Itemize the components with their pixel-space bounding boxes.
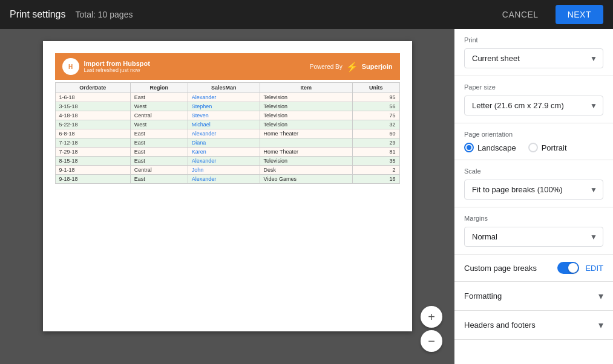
portrait-radio[interactable] [528,143,538,152]
headers-footers-arrow: ▾ [598,319,603,331]
table-row: 7-29-18EastKarenHome Theater81 [55,148,399,157]
table-row: 9-1-18CentralJohnDesk2 [55,166,399,175]
headers-footers-title: Headers and footers [464,320,536,330]
table-row: 1-6-18EastAlexanderTelevision95 [55,93,399,102]
cancel-button[interactable]: CANCEL [495,5,546,24]
table-header-row: OrderDate Region SalesMan Item Units [55,83,399,93]
table-cell: East [130,138,188,148]
col-region: Region [130,83,188,93]
sheet-header-right: Powered By ⚡ Superjoin [310,61,393,73]
sheet-brand-info: Import from Hubspot Last refreshed just … [84,60,150,73]
landscape-option[interactable]: Landscape [464,143,516,152]
table-cell: East [130,157,188,166]
preview-area: H Import from Hubspot Last refreshed jus… [0,29,454,364]
table-row: 9-18-18EastAlexanderVideo Games16 [55,175,399,184]
table-cell: Alexander [188,157,260,166]
table-cell: East [130,93,188,102]
custom-page-breaks-label: Custom page breaks [464,264,537,273]
table-cell: 60 [353,129,399,138]
table-cell: Central [130,111,188,120]
sheet-header: H Import from Hubspot Last refreshed jus… [55,53,400,80]
margins-select[interactable]: Normal Narrow Wide [464,227,603,247]
col-units: Units [353,83,399,93]
zoom-in-button[interactable]: + [421,306,442,328]
zoom-out-button[interactable]: − [421,330,442,352]
headers-footers-section: Headers and footers ▾ [454,311,613,340]
table-cell: Alexander [188,129,260,138]
orientation-section: Page orientation Landscape Portrait [454,123,613,160]
landscape-radio-dot [467,145,471,150]
edit-link[interactable]: EDIT [585,264,603,273]
table-row: 5-22-18WestMichaelTelevision32 [55,120,399,129]
toggle-knob [568,263,578,273]
table-cell: 1-6-18 [55,93,130,102]
headers-footers-header[interactable]: Headers and footers ▾ [454,311,613,339]
table-cell: 7-12-18 [55,138,130,148]
sheet-header-left: H Import from Hubspot Last refreshed jus… [62,58,150,75]
landscape-radio[interactable] [464,143,474,152]
paper-size-select[interactable]: Letter (21.6 cm x 27.9 cm) A4 (21 cm x 2… [464,96,603,115]
table-cell: 75 [353,111,399,120]
table-cell: 81 [353,148,399,157]
custom-page-breaks-row: Custom page breaks EDIT [454,255,613,282]
table-cell: 16 [353,175,399,184]
table-cell: 6-8-18 [55,129,130,138]
print-select[interactable]: Current sheet All sheets Selected cells [464,48,603,68]
table-cell: Desk [260,166,352,175]
zoom-controls: + − [421,306,442,352]
main-content: H Import from Hubspot Last refreshed jus… [0,29,613,364]
landscape-label: Landscape [477,143,516,152]
paper-size-label: Paper size [464,83,603,91]
margins-section: Margins Normal Narrow Wide ▼ [454,207,613,255]
settings-panel: Print Current sheet All sheets Selected … [454,29,613,364]
orientation-label: Page orientation [464,131,603,138]
table-cell: 3-15-18 [55,102,130,111]
table-cell: 5-22-18 [55,120,130,129]
print-section: Print Current sheet All sheets Selected … [454,29,613,76]
table-cell: Stephen [188,102,260,111]
formatting-section: Formatting ▾ [454,282,613,311]
page-title: Print settings [10,9,65,20]
formatting-arrow: ▾ [598,290,603,302]
sheet-refresh: Last refreshed just now [84,67,150,73]
print-label: Print [464,36,603,44]
table-cell: Television [260,102,352,111]
table-cell: Television [260,120,352,129]
table-cell: Home Theater [260,129,352,138]
table-cell: 7-29-18 [55,148,130,157]
table-cell: East [130,129,188,138]
table-cell: Television [260,93,352,102]
table-cell: Steven [188,111,260,120]
table-row: 8-15-18EastAlexanderTelevision35 [55,157,399,166]
scale-select-wrapper: Fit to page breaks (100%) Fit to width F… [464,180,603,200]
toggle-right: EDIT [557,262,603,274]
scale-select[interactable]: Fit to page breaks (100%) Fit to width F… [464,180,603,200]
table-cell: Alexander [188,93,260,102]
table-cell: 9-18-18 [55,175,130,184]
table-row: 6-8-18EastAlexanderHome Theater60 [55,129,399,138]
orientation-group: Landscape Portrait [464,143,603,152]
portrait-option[interactable]: Portrait [528,143,567,152]
table-cell: East [130,175,188,184]
table-cell: John [188,166,260,175]
formatting-header[interactable]: Formatting ▾ [454,282,613,310]
next-button[interactable]: NEXT [556,5,603,24]
scale-label: Scale [464,167,603,175]
table-cell: Alexander [188,175,260,184]
table-cell: Michael [188,120,260,129]
scale-section: Scale Fit to page breaks (100%) Fit to w… [454,160,613,207]
col-salesman: SalesMan [188,83,260,93]
custom-page-breaks-toggle[interactable] [557,262,579,274]
table-row: 3-15-18WestStephenTelevision56 [55,102,399,111]
table-cell: 35 [353,157,399,166]
portrait-label: Portrait [542,143,567,152]
sheet-icon: H [62,58,79,75]
col-orderdate: OrderDate [55,83,130,93]
paper-size-section: Paper size Letter (21.6 cm x 27.9 cm) A4… [454,76,613,123]
table-cell: Diana [188,138,260,148]
table-cell: Video Games [260,175,352,184]
table-cell: Television [260,111,352,120]
table-header: OrderDate Region SalesMan Item Units [55,83,399,93]
sheet-brand: Import from Hubspot [84,60,150,67]
table-row: 4-18-18CentralStevenTelevision75 [55,111,399,120]
